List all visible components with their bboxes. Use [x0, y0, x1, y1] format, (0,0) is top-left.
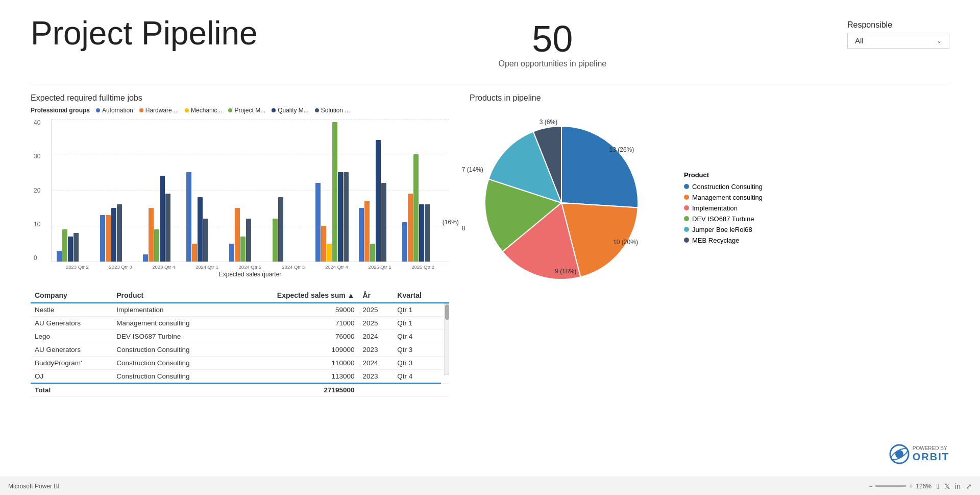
- bar[interactable]: [117, 204, 122, 262]
- table-wrapper: Company Product Expected sales sum ▲ År …: [31, 288, 449, 397]
- scrollbar-thumb[interactable]: [445, 304, 449, 320]
- bar[interactable]: [370, 244, 375, 262]
- twitter-icon[interactable]: 𝕏: [944, 482, 950, 490]
- expand-icon[interactable]: ⤢: [966, 482, 972, 490]
- bar[interactable]: [154, 229, 159, 262]
- col-company[interactable]: Company: [31, 288, 112, 303]
- bar[interactable]: [62, 229, 67, 262]
- y-axis-labels: 40 30 20 10 0: [34, 119, 40, 262]
- zoom-minus[interactable]: −: [869, 483, 872, 490]
- bottom-bar: Microsoft Power BI − + 126%  𝕏 in ⤢: [0, 477, 980, 495]
- bar[interactable]: [246, 219, 251, 262]
- orbit-branding: POWERED BY ORBIT: [889, 444, 949, 464]
- table-row: AU GeneratorsConstruction Consulting1090…: [31, 343, 449, 357]
- zoom-control[interactable]: − + 126%: [869, 483, 932, 490]
- legend-item: Automation: [96, 107, 133, 114]
- table-section: Company Product Expected sales sum ▲ År …: [31, 288, 449, 397]
- legend-item: Quality M...: [272, 107, 309, 114]
- bar[interactable]: [106, 215, 111, 262]
- bar[interactable]: [332, 122, 337, 262]
- bar-group: [359, 140, 401, 262]
- bar[interactable]: [364, 201, 370, 262]
- bar[interactable]: [74, 233, 79, 262]
- annotation-implementation: 9 (18%): [555, 268, 576, 275]
- bar[interactable]: [381, 183, 386, 262]
- pie-legend-label: MEB Recyclage: [692, 237, 739, 244]
- bar[interactable]: [344, 172, 349, 262]
- bar[interactable]: [68, 237, 73, 262]
- bottom-right: − + 126%  𝕏 in ⤢: [869, 482, 972, 490]
- bar[interactable]: [229, 244, 234, 262]
- bar[interactable]: [376, 140, 381, 262]
- bar-group: [229, 208, 272, 262]
- table-cell: 110000: [232, 357, 358, 370]
- zoom-slider[interactable]: [875, 485, 906, 487]
- bar[interactable]: [57, 251, 62, 262]
- bar[interactable]: [273, 219, 278, 262]
- pie-area: 13 (26%) 10 (20%) 9 (18%) 8 (16%) 7 (14%…: [470, 111, 949, 307]
- bar[interactable]: [235, 208, 240, 262]
- bar[interactable]: [192, 244, 197, 262]
- bar-group: [100, 204, 142, 262]
- facebook-icon[interactable]: : [937, 482, 939, 490]
- page-title: Project Pipeline: [31, 15, 258, 51]
- bar[interactable]: [165, 194, 170, 262]
- bar[interactable]: [402, 222, 407, 262]
- zoom-plus[interactable]: +: [909, 483, 913, 490]
- table-cell: 2023: [358, 370, 393, 384]
- table-cell: Lego: [31, 330, 112, 343]
- annotation-dev-pct: (16%): [443, 219, 459, 226]
- col-product[interactable]: Product: [112, 288, 232, 303]
- legend-dot: [272, 108, 276, 112]
- bar[interactable]: [240, 237, 246, 262]
- col-ar[interactable]: År: [358, 288, 393, 303]
- bar[interactable]: [203, 219, 208, 262]
- table-cell: Construction Consulting: [112, 370, 232, 384]
- bar[interactable]: [143, 254, 148, 262]
- table-cell: Management consulting: [112, 317, 232, 330]
- scrollbar-track[interactable]: [444, 303, 449, 375]
- legend-item: Project M...: [228, 107, 265, 114]
- bar-chart-title: Expected required fulltime jobs: [31, 93, 449, 103]
- bar[interactable]: [315, 183, 321, 262]
- legend-group-label: Professional groups: [31, 107, 90, 114]
- pie-legend-item: Management consulting: [684, 194, 763, 201]
- bar[interactable]: [160, 176, 165, 262]
- bar[interactable]: [408, 194, 413, 262]
- kpi-label: Open opportunities in pipeline: [498, 59, 606, 68]
- total-label: Total: [31, 383, 112, 397]
- table-cell: Qtr 1: [393, 317, 441, 330]
- filter-label: Responsible: [847, 20, 949, 30]
- bar[interactable]: [338, 172, 343, 262]
- table-body: NestleImplementation590002025Qtr 1AU Gen…: [31, 303, 449, 397]
- table-cell: Construction Consulting: [112, 343, 232, 357]
- pie-segment[interactable]: [561, 126, 638, 207]
- table-row: AU GeneratorsManagement consulting710002…: [31, 317, 449, 330]
- linkedin-icon[interactable]: in: [955, 482, 961, 490]
- bar[interactable]: [100, 215, 105, 262]
- responsible-filter[interactable]: All ⌄: [847, 33, 949, 49]
- col-sales[interactable]: Expected sales sum ▲: [232, 288, 358, 303]
- bar[interactable]: [425, 204, 430, 262]
- orbit-logo-icon: [889, 444, 910, 464]
- table-cell: 2024: [358, 330, 393, 343]
- pie-legend-dot: [684, 205, 689, 210]
- bar[interactable]: [419, 204, 424, 262]
- table-row: LegoDEV ISO687 Turbine760002024Qtr 4: [31, 330, 449, 343]
- pie-chart-wrapper: 13 (26%) 10 (20%) 9 (18%) 8 (16%) 7 (14%…: [470, 111, 664, 307]
- filter-section: Responsible All ⌄: [847, 20, 949, 49]
- col-kvartal[interactable]: Kvartal: [393, 288, 441, 303]
- bar[interactable]: [186, 172, 191, 262]
- pie-legend: Product Construction ConsultingManagemen…: [684, 171, 763, 247]
- bar[interactable]: [278, 197, 283, 262]
- bar-group: [186, 172, 229, 262]
- bar[interactable]: [149, 208, 154, 262]
- bar[interactable]: [111, 208, 116, 262]
- bar[interactable]: [327, 244, 332, 262]
- filter-value: All: [855, 36, 864, 45]
- bar[interactable]: [359, 208, 364, 262]
- pie-section: Products in pipeline 13 (26%) 10 (20%) 9…: [470, 93, 949, 307]
- bar[interactable]: [198, 197, 203, 262]
- bar[interactable]: [413, 154, 419, 262]
- bar[interactable]: [321, 226, 326, 262]
